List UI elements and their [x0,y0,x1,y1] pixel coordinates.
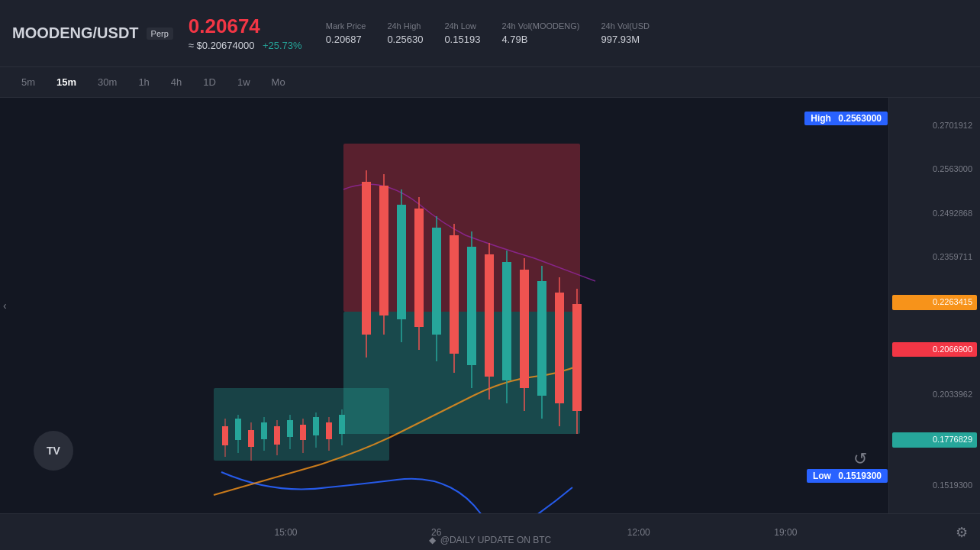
last-price: 0.20674 [189,15,311,38]
svg-rect-17 [287,420,293,437]
time-label-1200: 12:00 [627,527,650,538]
diamond-icon: ◆ [429,535,436,545]
tradingview-logo[interactable]: TV [34,431,73,471]
price-level-0.2359711: 0.2359711 [892,251,977,263]
refresh-button[interactable]: ↺ [853,449,867,469]
mark-price-stat: Mark Price 0.20687 [326,21,366,45]
header: MOODENG/USDT Perp 0.20674 ≈ $0.20674000 … [0,0,980,67]
watermark-text: @DAILY UPDATE ON BTC [440,535,552,545]
high-value-text: 0.2563000 [838,113,882,124]
low-24h-stat: 24h Low 0.15193 [444,21,480,45]
svg-rect-9 [235,419,241,440]
vol-moodeng-value: 4.79B [501,34,579,45]
price-level-red: 0.2066900 [892,342,977,357]
svg-rect-23 [326,422,332,439]
low-label-text: Low [813,471,831,481]
svg-rect-19 [300,425,306,440]
vol-usdt-label: 24h Vol(USD [601,21,650,31]
price-change: +25.73% [263,40,302,51]
svg-rect-33 [414,209,424,327]
low-24h-label: 24h Low [444,21,480,31]
perp-badge[interactable]: Perp [147,28,173,40]
svg-rect-15 [274,426,280,445]
svg-rect-13 [261,422,267,439]
price-block: 0.20674 ≈ $0.20674000 +25.73% [189,15,311,52]
high-24h-label: 24h High [387,21,423,31]
price-level-green: 0.1776829 [892,432,977,447]
price-usd: ≈ $0.20674000 [189,40,255,51]
price-level-0.2701912: 0.2701912 [892,120,977,131]
svg-rect-11 [248,430,254,447]
tf-30m[interactable]: 30m [89,73,126,91]
svg-rect-35 [432,228,441,335]
price-axis: 0.2701912 0.2563000 0.2492868 0.2359711 … [888,98,980,513]
chevron-left-icon: ‹ [3,299,7,312]
vol-moodeng-stat: 24h Vol(MOODENG) 4.79B [501,21,579,45]
timeframe-bar: 5m 15m 30m 1h 4h 1D 1w Mo [0,67,980,98]
svg-rect-47 [537,281,546,396]
tf-mo[interactable]: Mo [263,73,295,91]
svg-rect-43 [502,262,511,380]
chart-main[interactable]: MOODENGUSDТ MOODENGUSDT 0.2066900 -0.000… [0,98,980,513]
price-level-0.2492868: 0.2492868 [892,208,977,219]
time-settings-button[interactable]: ⚙ [956,524,968,541]
mark-price-label: Mark Price [326,21,366,31]
time-label-1900: 19:00 [774,527,797,538]
price-level-0.2563000: 0.2563000 [892,163,977,175]
high-24h-value: 0.25630 [387,34,423,45]
refresh-icon: ↺ [853,449,867,468]
tf-1d[interactable]: 1D [194,73,225,91]
svg-rect-25 [339,415,345,434]
price-level-0.2033962: 0.2033962 [892,389,977,400]
settings-icon: ⚙ [956,525,968,540]
svg-rect-45 [520,270,529,388]
tf-4h[interactable]: 4h [162,73,191,91]
svg-rect-31 [397,205,406,319]
tf-1w[interactable]: 1w [228,73,260,91]
price-level-orange: 0.2263415 [892,295,977,309]
bottom-watermark: ◆ @DAILY UPDATE ON BTC [429,535,552,545]
symbol-name: MOODENG/USDT [12,24,139,42]
tf-1h[interactable]: 1h [129,73,158,91]
stats-block: Mark Price 0.20687 24h High 0.25630 24h … [326,21,968,45]
svg-rect-21 [313,417,319,435]
tf-15m[interactable]: 15m [47,73,85,91]
tf-5m[interactable]: 5m [12,73,44,91]
low-value-text: 0.1519300 [838,471,882,481]
vol-usdt-stat: 24h Vol(USD 997.93M [601,21,650,45]
svg-rect-41 [485,254,494,377]
vol-moodeng-label: 24h Vol(MOODENG) [501,21,579,31]
low-24h-value: 0.15193 [444,34,480,45]
high-24h-stat: 24h High 0.25630 [387,21,423,45]
svg-rect-39 [467,247,476,365]
tv-logo-text: TV [47,445,60,457]
price-usd-row: ≈ $0.20674000 +25.73% [189,38,311,52]
svg-rect-7 [222,426,228,445]
svg-rect-51 [572,304,582,411]
chart-container: MOODENGUSDТ MOODENGUSDT 0.2066900 -0.000… [0,98,980,513]
svg-rect-29 [379,186,388,315]
high-label-text: High [811,113,831,124]
svg-rect-49 [555,293,564,403]
chart-svg[interactable] [0,98,888,513]
low-label: Low 0.1519300 [807,469,888,483]
svg-rect-27 [362,182,371,335]
symbol-block: MOODENG/USDT Perp [12,24,173,42]
time-label-1500: 15:00 [275,527,298,538]
price-level-0.1519300: 0.1519300 [892,480,977,491]
vol-usdt-value: 997.93M [601,34,650,45]
high-label: High 0.2563000 [804,112,888,125]
time-axis: 15:00 26 12:00 19:00 ⚙ ◆ @DAILY UPDATE O… [0,513,980,550]
mark-price-value: 0.20687 [326,34,366,45]
svg-rect-37 [450,235,459,354]
sidebar-collapse-arrow[interactable]: ‹ [0,296,10,315]
